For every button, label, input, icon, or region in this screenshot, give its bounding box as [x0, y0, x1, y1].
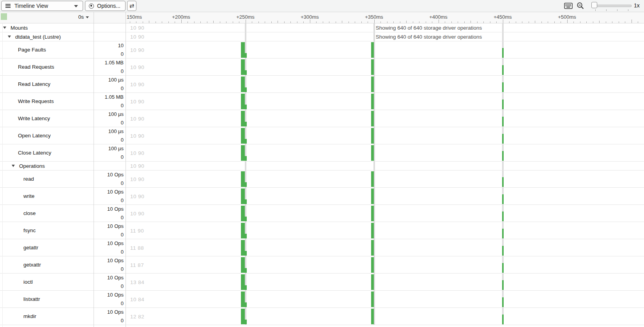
row-ioctl[interactable]: ioctl10 Ops013 84 [0, 274, 644, 291]
options-button[interactable]: Options... [85, 1, 126, 11]
swap-axes-button[interactable]: ⇄ [127, 1, 136, 11]
ruler-tick [593, 21, 593, 23]
row-chart-cell[interactable]: 10 90 [126, 144, 644, 161]
ruler-tick [471, 21, 471, 23]
row-chart-cell[interactable]: 10 90Showing 640 of 640 storage driver o… [126, 23, 644, 32]
ruler-tick [413, 21, 413, 23]
row-scale-cell: 10 Ops0 [94, 205, 126, 222]
row-range-label: 10 90 [130, 150, 144, 156]
row-chart-cell[interactable]: 10 90 [126, 41, 644, 58]
row-operations[interactable]: Operations10 90 [0, 162, 644, 171]
zoom-out-icon[interactable] [577, 2, 584, 10]
row-scale-cell: 100 µs0 [94, 127, 126, 144]
row-read[interactable]: read10 Ops010 90 [0, 171, 644, 188]
chart-gridline [245, 32, 246, 41]
scale-min: 0 [121, 249, 124, 255]
ruler-label: +500ms [550, 14, 585, 20]
row-scale-cell: 10 Ops0 [94, 274, 126, 290]
histogram-bar [245, 302, 247, 307]
slider-tick [595, 9, 596, 11]
row-name-cell: Close Latency [0, 144, 94, 161]
row-getattr[interactable]: getattr10 Ops011 88 [0, 239, 644, 256]
row-chart-cell[interactable]: 10 90 [126, 59, 644, 75]
zoom-slider-track[interactable] [591, 5, 632, 7]
ruler-tick [380, 21, 381, 23]
histogram-bar [371, 42, 374, 58]
keyboard-shortcuts-icon[interactable] [564, 3, 573, 9]
ruler-tick [130, 21, 130, 23]
collapse-caret-icon[interactable] [12, 165, 15, 167]
histogram-bar [502, 134, 504, 144]
row-chart-cell[interactable]: 11 87 [126, 256, 644, 273]
row-chart-cell[interactable]: 10 84 [126, 291, 644, 307]
view-selector-dropdown[interactable]: Timeline View [1, 1, 83, 11]
row-label: Operations [19, 163, 45, 169]
row-open-latency[interactable]: Open Latency100 µs010 90 [0, 127, 644, 144]
row-chart-cell[interactable]: 10 90 [126, 110, 644, 127]
row-write-requests[interactable]: Write Requests1.05 MB010 90 [0, 93, 644, 110]
ruler-tick [535, 21, 535, 23]
ruler-tick [625, 21, 625, 23]
row-close[interactable]: close10 Ops010 90 [0, 205, 644, 222]
ruler-tick [393, 21, 394, 23]
row-write[interactable]: write10 Ops010 90 [0, 188, 644, 205]
collapse-caret-icon[interactable] [8, 36, 11, 38]
row-range-label: 12 82 [130, 313, 144, 319]
histogram-bar [241, 94, 245, 109]
row-getxattr[interactable]: getxattr10 Ops011 87 [0, 256, 644, 274]
row-mkdir[interactable]: mkdir10 Ops012 82 [0, 308, 644, 325]
ruler-tick [541, 21, 542, 23]
ruler-tick [310, 20, 310, 23]
ruler-tick [258, 21, 259, 23]
row-chart-cell[interactable]: 10 90 [126, 162, 644, 170]
row-chart-cell[interactable]: 12 82 [126, 308, 644, 325]
row-write-latency[interactable]: Write Latency100 µs010 90 [0, 110, 644, 127]
row-chart-cell[interactable]: 13 84 [126, 274, 644, 290]
row-chart-cell[interactable]: 10 90Showing 640 of 640 storage driver o… [126, 32, 644, 41]
row-chart-cell[interactable]: 10 90 [126, 188, 644, 204]
row-read-latency[interactable]: Read Latency100 µs010 90 [0, 76, 644, 93]
row-label: fsync [23, 227, 36, 233]
row-dtdata-test-lustre[interactable]: dtdata_test (Lustre)10 90Showing 640 of … [0, 32, 644, 41]
collapse-caret-icon[interactable] [3, 27, 6, 29]
time-ruler[interactable]: 0s 150ms+200ms+250ms+300ms+350ms+400ms+4… [0, 12, 644, 23]
ruler-tick [387, 21, 387, 23]
row-chart-cell[interactable]: 10 90 [126, 93, 644, 110]
ruler-tick [361, 21, 362, 23]
row-scale-cell [94, 32, 126, 41]
histogram-bar [245, 217, 247, 221]
row-name-cell: read [0, 171, 94, 187]
scale-max: 10 Ops [107, 223, 124, 229]
row-scale-cell: 10 Ops0 [94, 188, 126, 204]
row-range-label: 10 90 [130, 176, 144, 182]
time-origin-dropdown[interactable]: 0s [55, 14, 89, 20]
row-chart-cell[interactable]: 11 90 [126, 222, 644, 239]
histogram-bar [245, 268, 247, 273]
row-chart-cell[interactable]: 11 88 [126, 239, 644, 256]
row-range-label: 10 90 [130, 25, 144, 31]
row-listxattr[interactable]: listxattr10 Ops010 84 [0, 291, 644, 308]
row-chart-cell[interactable]: 10 90 [126, 127, 644, 144]
row-scale-cell [94, 162, 126, 170]
row-page-faults[interactable]: Page Faults10010 90 [0, 41, 644, 59]
ruler-tick [606, 21, 606, 23]
row-range-label: 10 90 [130, 81, 144, 87]
row-range-label: 10 90 [130, 210, 144, 216]
row-fsync[interactable]: fsync10 Ops011 90 [0, 222, 644, 239]
row-mounts[interactable]: Mounts10 90Showing 640 of 640 storage dr… [0, 23, 644, 32]
histogram-bar [371, 240, 374, 256]
row-chart-cell[interactable]: 10 90 [126, 205, 644, 222]
row-read-requests[interactable]: Read Requests1.05 MB010 90 [0, 59, 644, 76]
ruler-tick [194, 21, 195, 23]
row-range-label: 11 90 [130, 227, 144, 233]
row-chart-cell[interactable]: 10 90 [126, 76, 644, 92]
ruler-tick [458, 21, 458, 23]
row-close-latency[interactable]: Close Latency100 µs010 90 [0, 144, 644, 162]
ruler-tick [529, 21, 529, 23]
row-range-label: 11 88 [130, 245, 144, 251]
zoom-slider-handle[interactable] [591, 2, 597, 8]
ruler-tick [246, 20, 246, 23]
row-chart-cell[interactable]: 10 90 [126, 171, 644, 187]
histogram-bar [502, 315, 504, 324]
histogram-bar [241, 59, 245, 75]
